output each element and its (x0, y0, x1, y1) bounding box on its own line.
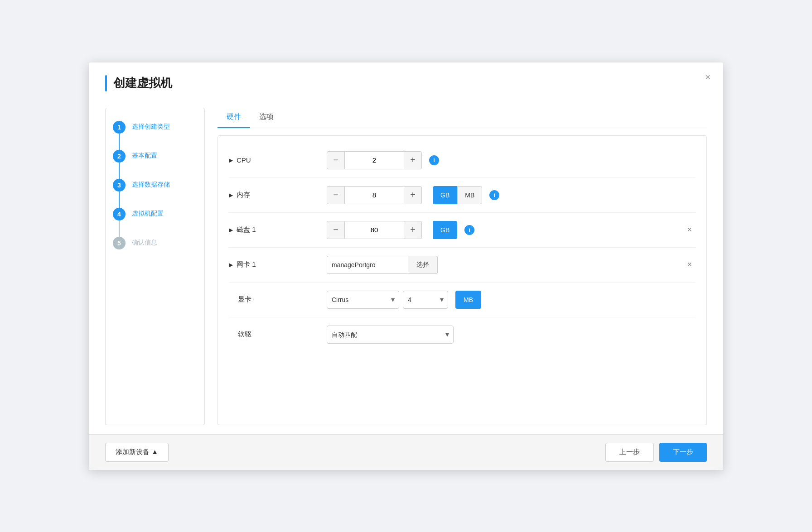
floppy-controls: 自动匹配 (327, 326, 454, 344)
memory-controls: − + (327, 186, 422, 204)
tab-options[interactable]: 选项 (250, 108, 283, 128)
sidebar: 1 选择创建类型 2 基本配置 3 选择数据存储 (105, 108, 205, 425)
memory-unit-group: GB MB (433, 186, 482, 204)
next-button[interactable]: 下一步 (659, 443, 707, 462)
step-circle-3: 3 (113, 179, 126, 192)
cpu-info-icon[interactable]: i (429, 155, 439, 165)
cpu-section[interactable]: ▶ CPU (229, 156, 319, 164)
memory-row: ▶ 内存 − + GB MB i (229, 178, 696, 213)
step-circle-5: 5 (113, 237, 126, 249)
memory-expand-arrow: ▶ (229, 192, 233, 198)
memory-gb-button[interactable]: GB (433, 186, 457, 204)
disk-expand-arrow: ▶ (229, 227, 233, 233)
nic-section[interactable]: ▶ 网卡 1 (229, 260, 319, 269)
floppy-label: 软驱 (238, 330, 251, 339)
cpu-label: CPU (237, 156, 251, 164)
step-line-3 (119, 192, 120, 208)
tabs: 硬件 选项 (218, 108, 707, 128)
step-label-2[interactable]: 基本配置 (132, 150, 157, 176)
step-line-4 (119, 220, 120, 237)
cpu-expand-arrow: ▶ (229, 157, 233, 163)
step-left-1: 1 (113, 121, 126, 150)
vga-row: 显卡 Cirrus VGA VMware VGA Virtio (229, 283, 696, 317)
step-left-5: 5 (113, 237, 126, 249)
vga-size-select[interactable]: 4 8 16 32 (403, 291, 448, 309)
vga-controls: Cirrus VGA VMware VGA Virtio 4 8 16 (327, 291, 481, 309)
memory-label: 内存 (237, 191, 250, 199)
step-left-3: 3 (113, 179, 126, 208)
cpu-decrement-button[interactable]: − (327, 151, 345, 169)
step-item-4: 4 虚拟机配置 (113, 208, 197, 237)
step-item-3: 3 选择数据存储 (113, 179, 197, 208)
step-circle-4: 4 (113, 208, 126, 220)
step-item-5: 5 确认信息 (113, 237, 197, 263)
disk-controls: − + (327, 221, 422, 239)
memory-mb-button[interactable]: MB (457, 186, 482, 204)
dialog-body: 1 选择创建类型 2 基本配置 3 选择数据存储 (89, 99, 723, 434)
step-line-2 (119, 163, 120, 179)
step-label-1[interactable]: 选择创建类型 (132, 121, 170, 147)
floppy-select[interactable]: 自动匹配 (327, 326, 454, 344)
step-item-2: 2 基本配置 (113, 150, 197, 179)
disk-unit-group: GB (433, 221, 457, 239)
step-left-4: 4 (113, 208, 126, 237)
vga-type-select[interactable]: Cirrus VGA VMware VGA Virtio (327, 291, 399, 309)
vga-label: 显卡 (238, 295, 251, 304)
dialog-title: 创建虚拟机 (113, 75, 172, 91)
hardware-panel: ▶ CPU − + i ▶ 内存 (218, 135, 707, 425)
step-circle-1: 1 (113, 121, 126, 134)
disk-decrement-button[interactable]: − (327, 221, 345, 239)
step-line-1 (119, 134, 120, 150)
vga-section: 显卡 (229, 295, 319, 304)
floppy-row: 软驱 自动匹配 (229, 317, 696, 352)
dialog-footer: 添加新设备 ▲ 上一步 下一步 (89, 434, 723, 470)
title-accent (105, 75, 107, 91)
main-content: 硬件 选项 ▶ CPU − + i (218, 108, 707, 425)
cpu-controls: − + (327, 151, 422, 169)
add-device-button[interactable]: 添加新设备 ▲ (105, 443, 169, 462)
disk-increment-button[interactable]: + (404, 221, 422, 239)
vga-mb-button[interactable]: MB (455, 291, 481, 309)
disk-delete-button[interactable]: × (683, 225, 696, 235)
disk-input[interactable] (345, 221, 404, 239)
tab-hardware[interactable]: 硬件 (218, 108, 250, 128)
step-circle-2: 2 (113, 150, 126, 163)
nic-row: ▶ 网卡 1 选择 × (229, 248, 696, 283)
step-label-5[interactable]: 确认信息 (132, 237, 157, 263)
step-item-1: 1 选择创建类型 (113, 121, 197, 150)
step-label-3[interactable]: 选择数据存储 (132, 179, 170, 205)
floppy-select-wrapper: 自动匹配 (327, 326, 454, 344)
nic-input[interactable] (327, 256, 408, 274)
create-vm-dialog: 创建虚拟机 × 1 选择创建类型 2 基本配置 (89, 62, 723, 470)
step-left-2: 2 (113, 150, 126, 179)
nic-label: 网卡 1 (237, 260, 256, 269)
memory-input[interactable] (345, 186, 404, 204)
memory-info-icon[interactable]: i (489, 190, 499, 200)
nic-controls: 选择 (327, 256, 438, 274)
prev-button[interactable]: 上一步 (605, 443, 654, 462)
floppy-section: 软驱 (229, 330, 319, 339)
memory-increment-button[interactable]: + (404, 186, 422, 204)
dialog-header: 创建虚拟机 × (89, 62, 723, 99)
footer-right: 上一步 下一步 (605, 443, 707, 462)
memory-decrement-button[interactable]: − (327, 186, 345, 204)
disk-row: ▶ 磁盘 1 − + GB i × (229, 213, 696, 248)
nic-expand-arrow: ▶ (229, 262, 233, 268)
close-button[interactable]: × (705, 72, 710, 81)
disk-label: 磁盘 1 (237, 225, 256, 234)
vga-size-wrapper: 4 8 16 32 (403, 291, 448, 309)
nic-select-button[interactable]: 选择 (408, 256, 438, 274)
step-label-4[interactable]: 虚拟机配置 (132, 208, 164, 234)
vga-type-wrapper: Cirrus VGA VMware VGA Virtio (327, 291, 399, 309)
nic-delete-button[interactable]: × (683, 260, 696, 269)
memory-section[interactable]: ▶ 内存 (229, 191, 319, 199)
disk-info-icon[interactable]: i (464, 225, 474, 235)
disk-gb-button[interactable]: GB (433, 221, 457, 239)
disk-section[interactable]: ▶ 磁盘 1 (229, 225, 319, 234)
cpu-row: ▶ CPU − + i (229, 143, 696, 178)
cpu-increment-button[interactable]: + (404, 151, 422, 169)
cpu-input[interactable] (345, 151, 404, 169)
